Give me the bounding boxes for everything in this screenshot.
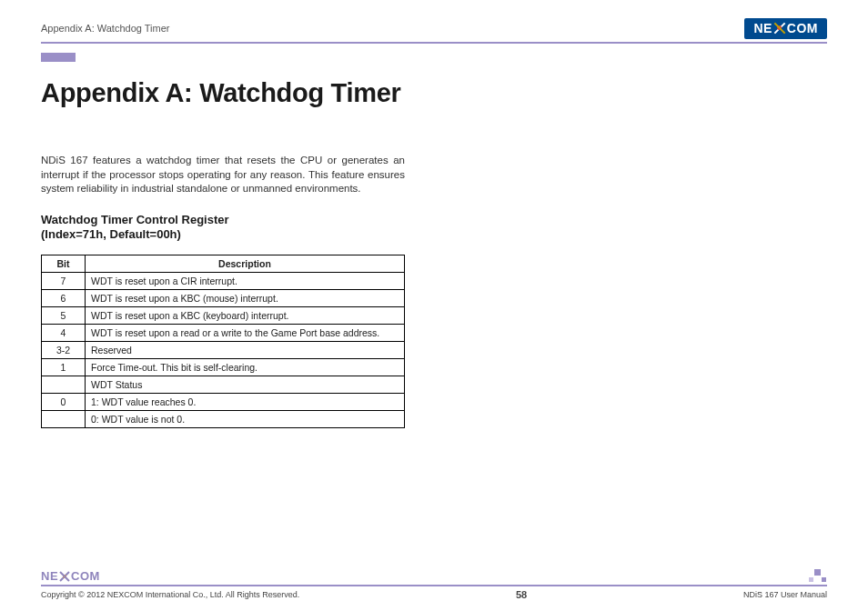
cell-desc: WDT Status (86, 376, 405, 394)
intro-paragraph: NDiS 167 features a watchdog timer that … (41, 154, 405, 196)
table-row: 6WDT is reset upon a KBC (mouse) interru… (42, 290, 405, 307)
cell-bit (42, 411, 86, 428)
cell-desc: WDT is reset upon a CIR interrupt. (86, 273, 405, 290)
section-heading-line1: Watchdog Timer Control Register (41, 213, 827, 227)
logo-x-icon (773, 22, 786, 35)
section-heading: Watchdog Timer Control Register (Index=7… (41, 213, 827, 243)
cell-desc: 1: WDT value reaches 0. (86, 394, 405, 411)
table-row: 7WDT is reset upon a CIR interrupt. (42, 273, 405, 290)
cell-desc: WDT is reset upon a KBC (mouse) interrup… (86, 290, 405, 307)
table-row: 0: WDT value is not 0. (42, 411, 405, 428)
cell-desc: Reserved (86, 342, 405, 359)
table-header-row: Bit Description (42, 255, 405, 273)
cell-bit: 4 (42, 325, 86, 342)
table-row: 01: WDT value reaches 0. (42, 394, 405, 411)
footer-divider (41, 585, 827, 586)
page-title: Appendix A: Watchdog Timer (41, 78, 827, 108)
table-row: 5WDT is reset upon a KBC (keyboard) inte… (42, 307, 405, 325)
col-bit-header: Bit (42, 255, 86, 273)
footer-row: Copyright © 2012 NEXCOM International Co… (41, 589, 827, 600)
cell-desc: Force Time-out. This bit is self-clearin… (86, 359, 405, 376)
manual-name: NDiS 167 User Manual (743, 590, 827, 599)
cell-bit: 5 (42, 307, 86, 325)
page-header: Appendix A: Watchdog Timer NE COM (41, 16, 827, 40)
cell-desc: WDT is reset upon a read or a write to t… (86, 325, 405, 342)
cell-bit: 6 (42, 290, 86, 307)
table-row: 1Force Time-out. This bit is self-cleari… (42, 359, 405, 376)
footer-x-icon (59, 571, 70, 582)
page-footer: NE COM Copyright © 2012 NEXCOM Internati… (41, 569, 827, 600)
cell-desc: 0: WDT value is not 0. (86, 411, 405, 428)
section-tab-marker (41, 53, 76, 62)
header-section-title: Appendix A: Watchdog Timer (41, 23, 169, 34)
nexcom-logo: NE COM (744, 18, 827, 39)
table-row: 3-2Reserved (42, 342, 405, 359)
cell-bit: 7 (42, 273, 86, 290)
cell-bit: 1 (42, 359, 86, 376)
cell-bit: 0 (42, 394, 86, 411)
cell-bit (42, 376, 86, 394)
col-desc-header: Description (86, 255, 405, 273)
table-row: WDT Status (42, 376, 405, 394)
cell-bit: 3-2 (42, 342, 86, 359)
logo-text-left: NE (753, 21, 772, 35)
copyright-text: Copyright © 2012 NEXCOM International Co… (41, 590, 299, 599)
page-number: 58 (516, 589, 527, 600)
header-divider (41, 42, 827, 44)
section-heading-line2: (Index=71h, Default=00h) (41, 227, 827, 242)
footer-logo: NE COM (41, 569, 827, 583)
table-row: 4WDT is reset upon a read or a write to … (42, 325, 405, 342)
footer-logo-right: COM (71, 569, 100, 583)
footer-logo-left: NE (41, 569, 58, 583)
cell-desc: WDT is reset upon a KBC (keyboard) inter… (86, 307, 405, 325)
logo-text-right: COM (787, 21, 818, 35)
register-table: Bit Description 7WDT is reset upon a CIR… (41, 255, 405, 428)
